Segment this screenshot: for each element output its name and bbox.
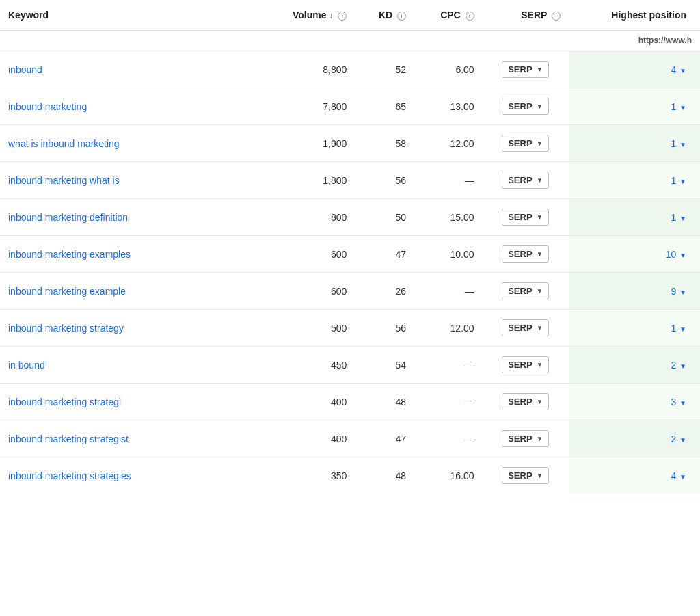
cell-serp: SERP▼ [483, 162, 569, 199]
kd-info-icon[interactable]: i [397, 12, 406, 21]
keyword-link[interactable]: inbound marketing definition [8, 212, 128, 223]
keyword-link[interactable]: what is inbound marketing [8, 138, 120, 149]
cell-volume: 450 [259, 347, 355, 384]
url-subheader-cell: https://www.h [569, 31, 700, 51]
cell-cpc: 10.00 [414, 236, 483, 273]
cell-kd: 52 [355, 51, 414, 88]
serp-button[interactable]: SERP▼ [502, 356, 549, 373]
table-row: inbound marketing what is1,80056—SERP▼1 … [0, 162, 700, 199]
keyword-link[interactable]: inbound marketing example [8, 286, 126, 297]
serp-label: SERP [508, 64, 532, 75]
serp-dropdown-arrow: ▼ [537, 398, 543, 405]
serp-button[interactable]: SERP▼ [502, 393, 549, 410]
keyword-table: Keyword Volume ↓ i KD i CPC i SERP i [0, 0, 700, 494]
serp-label: SERP [508, 249, 532, 259]
cell-volume: 800 [259, 199, 355, 236]
cell-volume: 400 [259, 384, 355, 420]
cell-serp: SERP▼ [483, 457, 569, 494]
cell-keyword: what is inbound marketing [0, 125, 259, 162]
position-arrow-icon: ▼ [677, 67, 686, 75]
serp-dropdown-arrow: ▼ [537, 103, 543, 110]
cell-cpc: — [414, 162, 483, 199]
serp-label: SERP [508, 433, 532, 444]
position-value: 1 [671, 323, 677, 334]
position-value: 2 [671, 360, 677, 371]
keyword-link[interactable]: inbound marketing strategist [8, 433, 129, 444]
serp-label: SERP [508, 360, 532, 370]
position-value: 1 [671, 175, 677, 186]
serp-dropdown-arrow: ▼ [537, 287, 543, 295]
url-subheader-row: https://www.h [0, 31, 700, 51]
serp-info-icon[interactable]: i [552, 12, 561, 21]
serp-label: SERP [508, 286, 532, 296]
cell-cpc: 13.00 [414, 88, 483, 125]
serp-label: SERP [508, 323, 532, 333]
serp-label: SERP [508, 470, 532, 481]
cell-kd: 48 [355, 457, 414, 494]
cell-volume: 8,800 [259, 51, 355, 88]
cell-cpc: 15.00 [414, 199, 483, 236]
serp-button[interactable]: SERP▼ [502, 135, 549, 152]
table-row: inbound marketing examples6004710.00SERP… [0, 236, 700, 273]
serp-button[interactable]: SERP▼ [502, 209, 549, 226]
position-arrow-icon: ▼ [677, 399, 686, 407]
keyword-link[interactable]: inbound marketing strategi [8, 397, 121, 407]
cell-volume: 600 [259, 236, 355, 273]
keyword-link[interactable]: inbound marketing [8, 101, 87, 112]
serp-label: SERP [508, 175, 532, 185]
cell-keyword: inbound marketing strategi [0, 384, 259, 420]
table-row: inbound marketing strategies3504816.00SE… [0, 457, 700, 494]
serp-button[interactable]: SERP▼ [502, 430, 549, 447]
serp-dropdown-arrow: ▼ [537, 139, 543, 147]
header-volume[interactable]: Volume ↓ i [259, 0, 355, 31]
position-value: 10 [666, 249, 677, 260]
cell-highest-position: 1 ▼ [569, 199, 700, 236]
position-arrow-icon: ▼ [677, 436, 686, 444]
keyword-link[interactable]: inbound marketing strategy [8, 323, 124, 334]
cell-kd: 56 [355, 162, 414, 199]
cell-kd: 48 [355, 384, 414, 420]
header-cpc[interactable]: CPC i [414, 0, 483, 31]
serp-dropdown-arrow: ▼ [537, 66, 543, 73]
cell-keyword: inbound marketing example [0, 273, 259, 310]
keyword-link[interactable]: inbound marketing examples [8, 249, 131, 260]
table-row: inbound marketing strategist40047—SERP▼2… [0, 420, 700, 457]
position-value: 3 [671, 397, 677, 407]
keyword-link[interactable]: inbound marketing what is [8, 175, 120, 186]
cell-volume: 400 [259, 420, 355, 457]
cell-keyword: inbound marketing what is [0, 162, 259, 199]
serp-button[interactable]: SERP▼ [502, 98, 549, 115]
serp-dropdown-arrow: ▼ [537, 472, 543, 479]
serp-button[interactable]: SERP▼ [502, 245, 549, 263]
cell-kd: 50 [355, 199, 414, 236]
header-highest-position: Highest position [569, 0, 700, 31]
serp-button[interactable]: SERP▼ [502, 61, 549, 78]
cell-keyword: inbound marketing examples [0, 236, 259, 273]
serp-button[interactable]: SERP▼ [502, 467, 549, 484]
serp-dropdown-arrow: ▼ [537, 435, 543, 442]
keyword-link[interactable]: inbound [8, 64, 42, 75]
serp-button[interactable]: SERP▼ [502, 319, 549, 336]
position-arrow-icon: ▼ [677, 289, 686, 296]
serp-dropdown-arrow: ▼ [537, 176, 543, 184]
cell-serp: SERP▼ [483, 199, 569, 236]
position-arrow-icon: ▼ [677, 473, 686, 481]
volume-info-icon[interactable]: i [338, 12, 347, 21]
keyword-link[interactable]: in bound [8, 360, 45, 371]
cell-cpc: 12.00 [414, 125, 483, 162]
cell-keyword: in bound [0, 347, 259, 384]
serp-button[interactable]: SERP▼ [502, 282, 549, 299]
table-row: in bound45054—SERP▼2 ▼ [0, 347, 700, 384]
table-header-row: Keyword Volume ↓ i KD i CPC i SERP i [0, 0, 700, 31]
position-arrow-icon: ▼ [677, 215, 686, 222]
header-kd[interactable]: KD i [355, 0, 414, 31]
keyword-link[interactable]: inbound marketing strategies [8, 470, 131, 481]
cell-keyword: inbound marketing strategist [0, 420, 259, 457]
cell-serp: SERP▼ [483, 310, 569, 347]
cell-serp: SERP▼ [483, 51, 569, 88]
table-body: inbound8,800526.00SERP▼4 ▼inbound market… [0, 51, 700, 494]
cell-serp: SERP▼ [483, 236, 569, 273]
serp-button[interactable]: SERP▼ [502, 172, 549, 189]
cpc-info-icon[interactable]: i [466, 12, 474, 21]
header-serp[interactable]: SERP i [483, 0, 569, 31]
